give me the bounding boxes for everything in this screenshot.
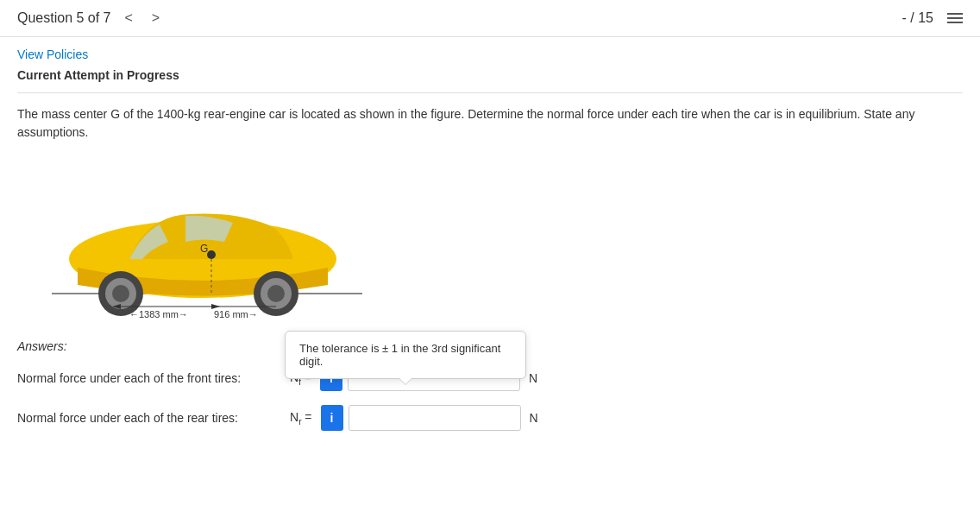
answers-section: Answers: The tolerance is ± 1 in the 3rd…	[17, 339, 963, 431]
header-right: - / 15	[902, 10, 963, 26]
page-header: Question 5 of 7 < > - / 15	[0, 0, 980, 37]
rear-tires-label: Normal force under each of the rear tire…	[17, 411, 285, 425]
svg-point-8	[207, 250, 216, 259]
prev-button[interactable]: <	[120, 9, 138, 28]
rear-unit-label: N	[530, 411, 538, 425]
attempt-label: Current Attempt in Progress	[17, 68, 963, 82]
svg-text:←1383 mm→: ←1383 mm→	[129, 309, 188, 319]
car-figure: G ←1383 mm→ 916 mm→	[17, 155, 380, 328]
main-content: View Policies Current Attempt in Progres…	[0, 37, 980, 455]
rear-eq-label: Nr =	[290, 410, 312, 427]
divider	[17, 92, 963, 93]
view-policies-link[interactable]: View Policies	[17, 47, 88, 61]
score-display: - / 15	[902, 10, 933, 26]
menu-icon[interactable]	[947, 13, 963, 23]
svg-text:G: G	[200, 243, 208, 255]
front-tires-label: Normal force under each of the front tir…	[17, 371, 285, 385]
svg-point-4	[267, 285, 285, 302]
rear-info-button[interactable]: i	[321, 405, 343, 431]
rear-tires-input[interactable]	[349, 405, 521, 431]
header-left: Question 5 of 7 < >	[17, 9, 165, 28]
svg-text:916 mm→: 916 mm→	[214, 309, 258, 319]
tolerance-tooltip: The tolerance is ± 1 in the 3rd signific…	[285, 331, 526, 379]
question-text: The mass center G of the 1400-kg rear-en…	[17, 105, 963, 142]
front-unit-label: N	[529, 371, 537, 385]
rear-tires-row: Normal force under each of the rear tire…	[17, 405, 963, 431]
svg-point-7	[112, 285, 129, 302]
question-title: Question 5 of 7	[17, 10, 111, 26]
next-button[interactable]: >	[147, 9, 165, 28]
tolerance-text: The tolerance is ± 1 in the 3rd signific…	[299, 342, 500, 368]
figure-area: G ←1383 mm→ 916 mm→	[17, 155, 397, 331]
